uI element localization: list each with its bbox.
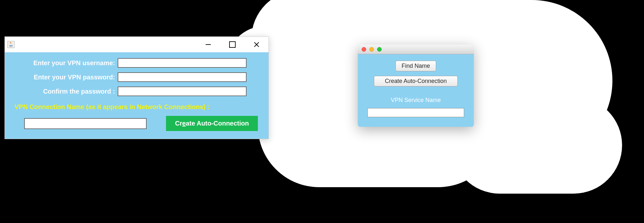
connection-name-label: VPN Connection Name (as it appears in Ne… xyxy=(11,101,262,116)
button-label: Create Auto-Connection xyxy=(175,120,249,127)
close-button[interactable] xyxy=(244,37,268,52)
vpn-service-name-label: VPN Service Name xyxy=(391,97,441,104)
window-controls xyxy=(196,37,268,52)
bottom-row: Create Auto-Connection xyxy=(11,116,262,131)
close-traffic-light[interactable] xyxy=(362,47,366,52)
mac-dialog-body: Find Name Create Auto-Connection VPN Ser… xyxy=(358,54,474,127)
windows-titlebar[interactable] xyxy=(5,37,268,52)
find-name-button[interactable]: Find Name xyxy=(395,61,436,71)
background-shape xyxy=(451,97,622,194)
password-input[interactable] xyxy=(118,72,247,82)
create-auto-connection-button-mac[interactable]: Create Auto-Connection xyxy=(374,76,458,86)
password-row: Enter your VPN password: xyxy=(11,72,262,82)
username-label: Enter your VPN username: xyxy=(11,59,118,67)
windows-vpn-dialog: Enter your VPN username: Enter your VPN … xyxy=(5,36,269,139)
maximize-button[interactable] xyxy=(220,37,244,52)
zoom-traffic-light[interactable] xyxy=(377,47,382,52)
confirm-password-label: Confirm the password : xyxy=(11,88,118,95)
minimize-traffic-light[interactable] xyxy=(369,47,374,52)
mac-titlebar[interactable] xyxy=(358,45,474,54)
confirm-password-input[interactable] xyxy=(118,86,247,96)
mac-vpn-dialog: Find Name Create Auto-Connection VPN Ser… xyxy=(358,45,474,127)
vpn-service-name-input[interactable] xyxy=(367,108,464,117)
username-input[interactable] xyxy=(118,58,247,68)
username-row: Enter your VPN username: xyxy=(11,58,262,68)
create-auto-connection-button[interactable]: Create Auto-Connection xyxy=(166,116,258,131)
java-icon xyxy=(7,41,15,48)
minimize-button[interactable] xyxy=(196,37,220,52)
windows-dialog-body: Enter your VPN username: Enter your VPN … xyxy=(5,52,268,139)
password-label: Enter your VPN password: xyxy=(11,74,118,81)
connection-name-input[interactable] xyxy=(24,118,147,129)
confirm-row: Confirm the password : xyxy=(11,86,262,96)
